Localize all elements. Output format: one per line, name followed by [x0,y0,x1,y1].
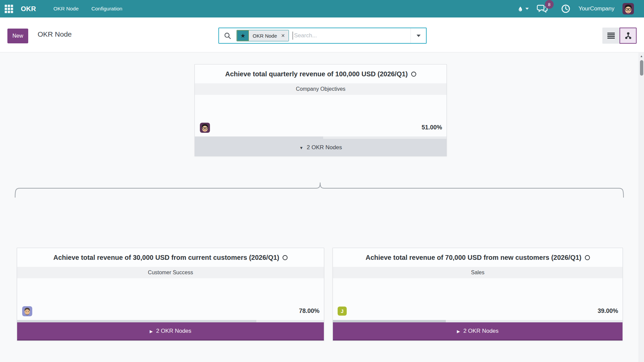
systray-dropdown-menu[interactable] [517,5,529,13]
collapse-children-button[interactable]: ▼ 2 OKR Nodes [195,139,446,156]
owner-avatar[interactable] [22,306,32,316]
new-button[interactable]: New [7,29,28,43]
progress-bar [195,136,446,139]
okr-title: Achieve total revenue of 30,000 USD from… [53,254,279,262]
okr-app-window: OKR OKR Node Configuration 8 [0,0,644,362]
search-facet-label: OKR Node [253,33,277,39]
control-panel: New OKR Node ★ OKR Node ✕ [0,17,644,52]
user-avatar[interactable] [622,3,634,14]
search-options-toggle[interactable] [411,28,426,43]
okr-title: Achieve total quarterly revenue of 100,0… [225,70,408,78]
scroll-up-icon[interactable]: ▲ [639,53,644,58]
list-view-icon [607,32,615,39]
progress-bar-fill [333,320,446,322]
progress-bar-fill [195,136,323,139]
okr-nodes-count: 2 OKR Nodes [307,144,342,151]
okr-card-customer-success[interactable]: Achieve total revenue of 30,000 USD from… [17,248,324,341]
progress-bar [333,320,622,322]
clock-icon [561,4,570,13]
progress-percentage: 39.00% [598,308,618,315]
owner-avatar[interactable] [200,123,210,133]
search-facet[interactable]: ★ OKR Node ✕ [237,30,289,41]
objective-circle-icon [411,72,416,77]
expand-children-button[interactable]: ▶ 2 OKR Nodes [333,322,622,340]
systray-messages-menu[interactable]: 8 [537,4,548,13]
caret-right-icon: ▶ [149,329,153,334]
okr-nodes-count: 2 OKR Nodes [156,328,191,334]
user-avatar-image [622,3,634,14]
top-navbar: OKR OKR Node Configuration 8 [0,0,644,17]
apps-menu-button[interactable] [0,0,17,17]
expand-children-button[interactable]: ▶ 2 OKR Nodes [17,322,324,340]
hierarchy-view-icon [624,32,632,40]
search-bar[interactable]: ★ OKR Node ✕ [218,28,427,44]
chevron-down-icon [417,35,421,37]
chevron-down-icon [525,8,529,10]
app-brand[interactable]: OKR [21,5,36,13]
droplet-icon [517,5,523,13]
menu-configuration[interactable]: Configuration [91,6,122,12]
apps-grid-icon [5,5,13,13]
breadcrumb: OKR Node [38,30,72,38]
okr-team: Sales [333,267,622,278]
objective-circle-icon [283,255,288,260]
progress-percentage: 51.00% [422,124,442,131]
menu-okr-node[interactable]: OKR Node [53,6,79,12]
owner-avatar-image [22,306,32,316]
list-view-button[interactable] [602,28,619,44]
okr-card-root[interactable]: Achieve total quarterly revenue of 100,0… [195,64,447,156]
user-menu[interactable]: YourCompany [578,5,614,12]
progress-bar [17,320,324,322]
favorite-star-icon: ★ [237,30,249,41]
hierarchy-view-button[interactable] [619,28,637,44]
vertical-scrollbar[interactable]: ▲ [639,53,644,362]
company-name: YourCompany [578,5,614,12]
systray-activities-menu[interactable] [561,4,570,13]
progress-bar-fill [17,320,256,322]
view-switcher [602,28,637,44]
objective-circle-icon [585,255,590,260]
owner-avatar-image [200,123,210,133]
okr-title: Achieve total revenue of 70,000 USD from… [366,254,581,262]
scrollbar-thumb[interactable] [640,60,643,76]
search-input[interactable] [293,28,411,43]
owner-avatar[interactable]: J [338,307,347,316]
progress-percentage: 78.00% [299,308,319,315]
okr-card-sales[interactable]: Achieve total revenue of 70,000 USD from… [333,248,623,341]
search-icon [224,32,231,39]
remove-facet-icon[interactable]: ✕ [281,33,285,38]
caret-down-icon: ▼ [299,146,303,150]
okr-nodes-count: 2 OKR Nodes [463,328,499,334]
okr-team: Customer Success [17,267,324,278]
unread-count-badge: 8 [545,0,554,9]
okr-team: Company Objectives [195,83,446,95]
caret-right-icon: ▶ [457,329,460,334]
